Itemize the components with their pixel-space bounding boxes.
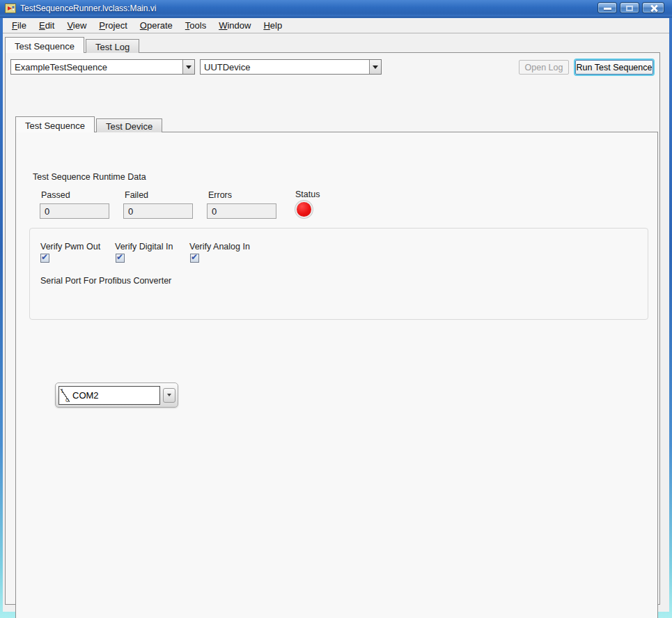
tab-test-sequence-inner[interactable]: Test Sequence	[15, 116, 95, 132]
menu-help[interactable]: Help	[257, 19, 288, 32]
tab-test-device[interactable]: Test Device	[96, 118, 162, 132]
uut-device-selector-dropdown[interactable]	[369, 60, 381, 74]
menu-edit[interactable]: Edit	[33, 19, 61, 32]
options-groupbox: Verify Pwm Out Verify Digital In Verify …	[29, 228, 648, 320]
verify-digital-in-label: Verify Digital In	[115, 242, 173, 252]
chevron-down-icon	[373, 65, 378, 69]
visa-io-icon: I o	[61, 389, 70, 402]
menu-operate[interactable]: Operate	[134, 19, 179, 32]
tab-test-sequence-outer[interactable]: Test Sequence	[5, 37, 84, 53]
menu-project[interactable]: Project	[93, 19, 133, 32]
minimize-button[interactable]	[597, 2, 617, 13]
passed-indicator: 0	[40, 203, 109, 219]
outer-tabstrip: Test Sequence Test Log	[5, 37, 141, 53]
client-area: File Edit View Project Operate Tools Win…	[3, 18, 669, 612]
serial-port-dropdown[interactable]	[163, 388, 175, 403]
titlebar[interactable]: TestSequenceRunner.lvclass:Main.vi	[0, 0, 672, 17]
errors-indicator: 0	[207, 203, 276, 219]
verify-analog-in-checkbox[interactable]	[190, 254, 199, 263]
serial-port-value: COM2	[72, 390, 99, 401]
open-log-button[interactable]: Open Log	[519, 60, 569, 75]
inner-tabstrip: Test Sequence Test Device	[15, 116, 164, 132]
chevron-down-icon	[167, 394, 171, 396]
passed-label: Passed	[41, 190, 70, 200]
chevron-down-icon	[186, 65, 192, 69]
menu-tools[interactable]: Tools	[179, 19, 212, 32]
serial-port-value-field[interactable]: I o COM2	[58, 386, 160, 405]
window-title: TestSequenceRunner.lvclass:Main.vi	[20, 3, 156, 13]
test-sequence-selector-value: ExampleTestSequence	[11, 62, 182, 72]
verify-pwm-out-checkbox[interactable]	[40, 254, 49, 263]
test-sequence-selector[interactable]: ExampleTestSequence	[10, 59, 195, 75]
inner-tab-page: Test Sequence Runtime Data Passed Failed…	[15, 132, 658, 618]
failed-label: Failed	[125, 190, 148, 200]
status-led-indicator	[297, 202, 311, 217]
tab-test-log[interactable]: Test Log	[86, 39, 139, 53]
status-label: Status	[295, 190, 320, 199]
menu-file[interactable]: File	[6, 19, 33, 32]
uut-device-selector-value: UUTDevice	[201, 62, 369, 72]
maximize-button[interactable]	[620, 2, 639, 13]
runtime-data-title: Test Sequence Runtime Data	[33, 172, 146, 182]
verify-digital-in-checkbox[interactable]	[116, 254, 125, 263]
failed-indicator: 0	[123, 203, 193, 219]
menu-window[interactable]: Window	[212, 19, 257, 32]
serial-port-label: Serial Port For Profibus Converter	[40, 276, 171, 286]
verify-pwm-out-label: Verify Pwm Out	[40, 242, 100, 252]
labview-vi-icon	[5, 3, 16, 14]
uut-device-selector[interactable]: UUTDevice	[200, 59, 382, 75]
app-window: TestSequenceRunner.lvclass:Main.vi File …	[0, 0, 672, 618]
verify-analog-in-label: Verify Analog In	[189, 242, 250, 252]
close-button[interactable]	[642, 2, 664, 13]
close-icon	[650, 4, 658, 13]
maximize-icon	[626, 6, 633, 11]
test-sequence-selector-dropdown[interactable]	[182, 60, 194, 74]
run-test-sequence-button[interactable]: Run Test Sequence	[575, 60, 653, 75]
errors-label: Errors	[208, 190, 232, 200]
outer-tab-page: ExampleTestSequence UUTDevice Open Log R…	[5, 52, 660, 605]
menu-view[interactable]: View	[61, 19, 93, 32]
minimize-icon	[604, 8, 611, 10]
menubar: File Edit View Project Operate Tools Win…	[3, 18, 669, 33]
serial-port-combo[interactable]: I o COM2	[55, 383, 178, 408]
